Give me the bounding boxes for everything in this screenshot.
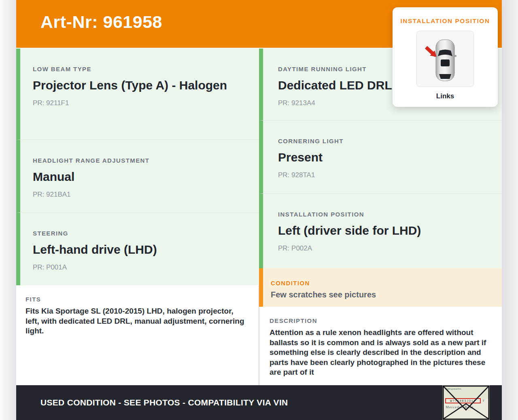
spec-value: Left-hand drive (LHD) xyxy=(33,241,247,258)
spec-label: CORNERING LIGHT xyxy=(278,138,490,144)
spec-label: LOW BEAM TYPE xyxy=(33,66,247,72)
spec-value: Present xyxy=(278,149,490,166)
fits-text: Fits Kia Sportage SL (2010-2015) LHD, ha… xyxy=(25,306,246,336)
installation-position-caption: Links xyxy=(393,92,498,100)
footer-bar: USED CONDITION - SEE PHOTOS - COMPATIBIL… xyxy=(16,385,502,420)
spec-value: Left (driver side for LHD) xyxy=(278,222,490,239)
red-arrow-icon xyxy=(425,46,436,57)
spec-label: INSTALLATION POSITION xyxy=(278,211,490,218)
spec-pr-code: PR: P001A xyxy=(33,263,247,272)
description-text: Attention as a rule xenon headlights are… xyxy=(270,328,490,378)
content-sheet: Art-Nr: 961958 LOW BEAM TYPE Projector L… xyxy=(16,0,502,420)
car-top-view-icon xyxy=(423,35,467,83)
spec-value: Projector Lens (Type A) - Halogen xyxy=(33,77,247,94)
condition-section: CONDITION Few scratches see pictures xyxy=(259,268,502,307)
footer-text: USED CONDITION - SEE PHOTOS - COMPATIBIL… xyxy=(16,385,502,420)
spec-card-low-beam-type: LOW BEAM TYPE Projector Lens (Type A) - … xyxy=(16,49,259,140)
description-label: DESCRIPTION xyxy=(270,317,490,324)
car-position-image xyxy=(416,31,474,87)
spec-card-installation-position: INSTALLATION POSITION Left (driver side … xyxy=(259,193,502,268)
installation-position-card-title: INSTALLATION POSITION xyxy=(393,17,498,25)
registration-document-image: Fahrgestellnr. W?71463J31? 7 Mercedes-Be… xyxy=(442,385,490,420)
condition-label: CONDITION xyxy=(271,280,490,286)
fits-label: FITS xyxy=(25,296,246,303)
description-section: DESCRIPTION Attention as a rule xenon he… xyxy=(260,307,502,385)
spec-card-steering: STEERING Left-hand drive (LHD) PR: P001A xyxy=(16,212,259,285)
spec-value: Manual xyxy=(33,168,247,185)
condition-text: Few scratches see pictures xyxy=(271,290,490,299)
spec-pr-code: PR: 921BA1 xyxy=(33,191,247,199)
envelope-icon xyxy=(442,385,490,420)
spec-label: HEADLIGHT RANGE ADJUSTMENT xyxy=(33,157,247,164)
spec-card-headlight-range: HEADLIGHT RANGE ADJUSTMENT Manual PR: 92… xyxy=(16,140,259,212)
installation-position-card: INSTALLATION POSITION xyxy=(393,7,498,107)
spec-pr-code: PR: 928TA1 xyxy=(278,171,490,179)
spec-label: STEERING xyxy=(33,230,247,237)
spec-card-cornering-light: CORNERING LIGHT Present PR: 928TA1 xyxy=(259,120,502,193)
spec-pr-code: PR: P002A xyxy=(278,244,490,252)
spec-pr-code: PR: 9211F1 xyxy=(33,99,247,107)
fits-section: FITS Fits Kia Sportage SL (2010-2015) LH… xyxy=(16,285,258,385)
